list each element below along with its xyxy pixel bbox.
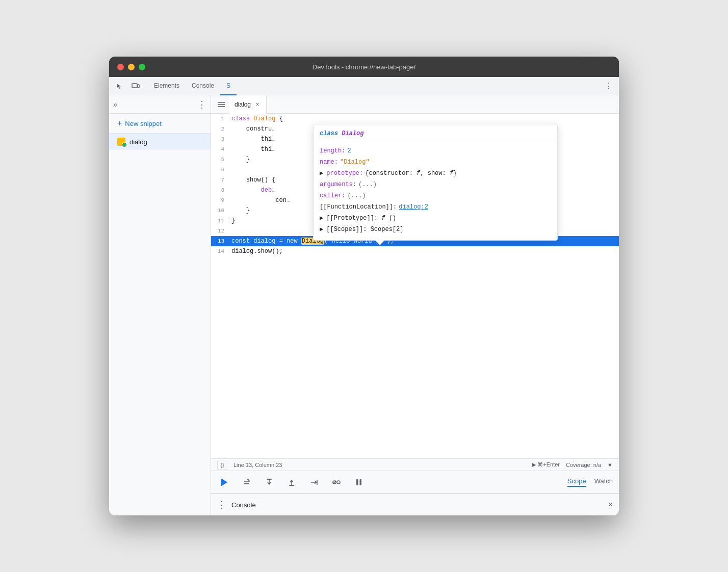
tab-console[interactable]: Console: [186, 77, 220, 95]
sidebar-chevron-icon[interactable]: »: [113, 100, 117, 109]
svg-rect-6: [221, 479, 222, 486]
device-icon[interactable]: [129, 80, 142, 92]
file-tab-dialog[interactable]: dialog ×: [229, 95, 267, 114]
coverage-dropdown-icon[interactable]: ▼: [607, 462, 613, 468]
tooltip-row-caller: caller: (...): [320, 190, 551, 201]
main-area: » ⋮ + New snippet dialog: [109, 95, 619, 515]
new-snippet-label: New snippet: [125, 120, 162, 127]
format-button[interactable]: {}: [217, 460, 227, 470]
tooltip-row-prototype: ▶ prototype: {constructor: f, show: f}: [320, 168, 551, 179]
tab-icons: [113, 80, 142, 92]
code-line-1: 1 class Dialog {: [211, 114, 619, 124]
svg-rect-1: [138, 85, 139, 88]
tooltip-row-name: name: "Dialog": [320, 157, 551, 168]
file-tab-name: dialog: [235, 101, 251, 108]
window-title: DevTools - chrome://new-tab-page/: [313, 63, 415, 71]
tab-sources[interactable]: S: [220, 77, 237, 95]
file-tab-bar: dialog ×: [211, 95, 619, 114]
svg-rect-3: [218, 104, 225, 105]
code-area: dialog × 1 class Dialog { 2 constru…: [211, 95, 619, 515]
code-line-14: 14 dialog.show();: [211, 246, 619, 256]
snippet-file-icon: [117, 138, 125, 146]
sidebar-header: » ⋮: [109, 95, 211, 114]
title-bar: DevTools - chrome://new-tab-page/: [109, 57, 619, 77]
tooltip-body: length: 2 name: "Dialog" ▶ prototype: {c…: [314, 142, 557, 240]
status-bar: {} Line 13, Column 23 ▶ ⌘+Enter Coverage…: [211, 458, 619, 471]
new-snippet-button[interactable]: + New snippet: [109, 114, 211, 134]
tabs-bar: Elements Console S ⋮: [109, 77, 619, 95]
svg-rect-7: [244, 483, 249, 484]
cursor-icon[interactable]: [113, 80, 125, 92]
step-out-button[interactable]: [284, 475, 299, 489]
step-button[interactable]: [307, 475, 321, 489]
tooltip-popup: class Dialog length: 2 name: "Dia: [313, 124, 558, 241]
position-label: Line 13, Column 23: [233, 462, 282, 468]
svg-rect-8: [267, 479, 272, 480]
svg-point-12: [337, 481, 340, 484]
tooltip-row-function-location: [[FunctionLocation]]: dialog:2: [320, 201, 551, 213]
debugger-bar: Scope Watch: [211, 471, 619, 493]
traffic-lights: [117, 64, 145, 70]
scope-tabs: Scope Watch: [567, 477, 613, 487]
minimize-button[interactable]: [128, 64, 135, 70]
console-bar: ⋮ Console ×: [211, 493, 619, 515]
devtools-body: Elements Console S ⋮ » ⋮ + New snippet: [109, 77, 619, 515]
svg-rect-2: [218, 102, 225, 103]
tooltip-row-arguments: arguments: (...): [320, 179, 551, 190]
resume-button[interactable]: [217, 475, 231, 489]
watch-tab[interactable]: Watch: [594, 477, 613, 487]
svg-rect-13: [356, 479, 358, 485]
svg-rect-4: [218, 106, 225, 107]
sidebar-more-icon[interactable]: ⋮: [197, 100, 206, 109]
sidebar-toggle-icon[interactable]: [215, 98, 227, 111]
snippet-item-dialog[interactable]: dialog: [109, 134, 211, 150]
step-over-button[interactable]: [240, 475, 254, 489]
console-title: Console: [231, 501, 256, 509]
svg-rect-9: [289, 485, 294, 486]
step-into-button[interactable]: [262, 475, 276, 489]
scope-tab[interactable]: Scope: [567, 477, 586, 487]
svg-rect-0: [132, 84, 137, 88]
tooltip-header: class Dialog: [314, 124, 557, 142]
tooltip-row-scopes: ▶ [[Scopes]]: Scopes[2]: [320, 224, 551, 235]
coverage-label: Coverage: n/a: [566, 462, 601, 468]
devtools-window: DevTools - chrome://new-tab-page/: [109, 57, 619, 515]
function-location-link[interactable]: dialog:2: [399, 201, 428, 213]
tooltip-arrow: [375, 240, 385, 245]
svg-marker-5: [222, 479, 227, 486]
tooltip-row-proto: ▶ [[Prototype]]: f (): [320, 213, 551, 224]
file-tab-close-button[interactable]: ×: [254, 101, 261, 108]
snippet-name: dialog: [129, 138, 147, 146]
console-more-icon[interactable]: ⋮: [217, 499, 226, 510]
more-tabs-button[interactable]: ⋮: [603, 80, 615, 92]
close-button[interactable]: [117, 64, 124, 70]
plus-icon: +: [117, 119, 122, 128]
tooltip-row-length: length: 2: [320, 145, 551, 157]
svg-rect-14: [360, 479, 362, 485]
pause-button[interactable]: [352, 475, 366, 489]
console-close-button[interactable]: ×: [608, 500, 613, 509]
deactivate-button[interactable]: [329, 475, 344, 489]
code-editor[interactable]: 1 class Dialog { 2 constru… 3 thi…: [211, 114, 619, 458]
tab-elements[interactable]: Elements: [148, 77, 186, 95]
sidebar: » ⋮ + New snippet dialog: [109, 95, 211, 515]
maximize-button[interactable]: [139, 64, 145, 70]
status-bar-right: ▶ ⌘+Enter Coverage: n/a ▼: [532, 461, 613, 468]
run-button[interactable]: ▶ ⌘+Enter: [532, 461, 560, 468]
